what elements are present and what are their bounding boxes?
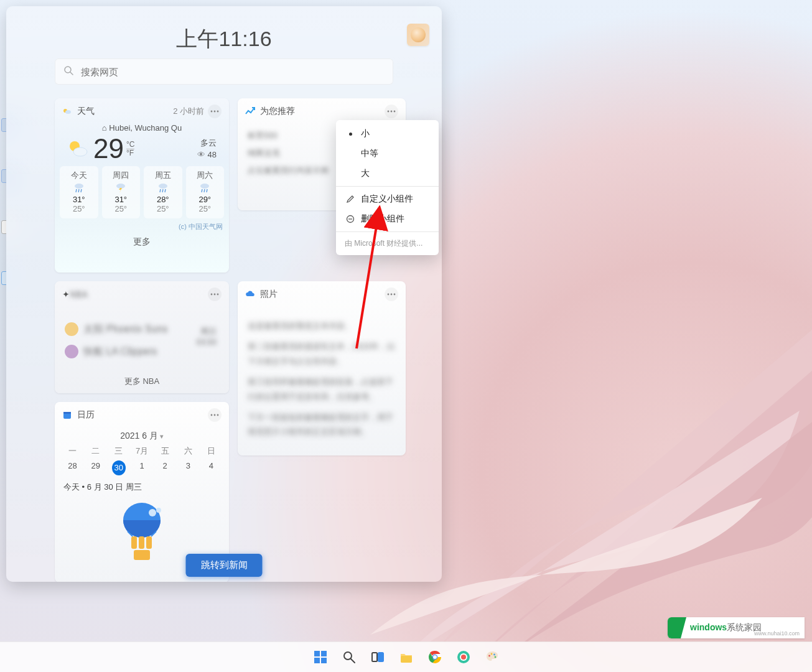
weather-icon	[62, 106, 72, 116]
weather-header: 天气 2 小时前	[55, 98, 229, 124]
calendar-day[interactable]: 2	[154, 460, 177, 475]
nba-more-link[interactable]: 更多 NBA	[55, 376, 229, 387]
svg-point-4	[211, 111, 213, 113]
svg-rect-56	[378, 653, 383, 661]
svg-marker-14	[119, 188, 122, 193]
photos-widget: 照片 这是被遮挡的预览文本内容。第二段被遮挡的描述性文本，2020年，以下示例文…	[238, 281, 406, 455]
svg-point-38	[149, 509, 156, 516]
task-view-icon[interactable]	[370, 649, 386, 665]
svg-line-16	[160, 189, 161, 192]
svg-line-12	[81, 189, 82, 192]
team-row: 快船 LA Clippers	[65, 345, 219, 358]
svg-point-60	[433, 655, 437, 659]
weather-units[interactable]: °C °F	[126, 140, 134, 158]
calendar-more-button[interactable]	[208, 408, 222, 422]
svg-line-21	[204, 189, 205, 192]
svg-point-29	[388, 294, 390, 296]
weather-title: 天气	[77, 106, 95, 117]
calendar-day[interactable]: 1	[130, 460, 153, 475]
svg-point-66	[493, 654, 495, 656]
forecast-day[interactable]: 周四31°25°	[102, 166, 141, 218]
photos-line: 下方一段较短的被模糊处理的文字，用于填充照片小组件的正文区域示例。	[248, 410, 396, 439]
svg-rect-33	[63, 412, 71, 414]
menu-separator	[336, 186, 439, 187]
photos-more-button[interactable]	[385, 287, 398, 301]
recommend-more-button[interactable]	[385, 105, 398, 118]
forecast-day[interactable]: 周五28°25°	[144, 166, 182, 218]
taskbar-search-icon[interactable]	[341, 649, 357, 665]
nba-title: NBA	[70, 289, 88, 299]
forecast-day-icon	[186, 182, 225, 194]
svg-point-5	[214, 111, 216, 113]
calendar-dow: 六	[177, 446, 200, 457]
svg-point-35	[214, 414, 216, 416]
menu-separator	[336, 231, 439, 232]
svg-point-23	[388, 111, 390, 113]
svg-point-3	[65, 110, 71, 114]
pencil-icon	[345, 195, 356, 203]
svg-point-15	[159, 184, 167, 189]
svg-rect-51	[314, 658, 320, 663]
photos-body: 这是被遮挡的预览文本内容。第二段被遮挡的描述性文本，2020年，以下示例文字与占…	[238, 307, 406, 450]
forecast-day-label: 周四	[102, 170, 141, 181]
menu-size-large[interactable]: 大	[336, 164, 439, 184]
partly-cloudy-icon	[66, 137, 90, 161]
forecast-low: 25°	[186, 204, 225, 213]
menu-size-medium[interactable]: 中等	[336, 144, 439, 164]
weather-temp: 29	[93, 135, 124, 162]
svg-point-13	[116, 184, 125, 189]
svg-point-67	[494, 656, 496, 658]
svg-point-8	[73, 147, 87, 156]
weather-more-button[interactable]	[208, 105, 222, 118]
forecast-high: 29°	[186, 195, 225, 204]
photos-line: 这是被遮挡的预览文本内容。	[248, 319, 396, 333]
svg-rect-43	[134, 550, 150, 560]
calendar-grid: 一二三7月五六日2829301234	[55, 442, 229, 478]
forecast-day-label: 周五	[144, 170, 182, 181]
calendar-day[interactable]: 4	[200, 460, 223, 475]
svg-rect-52	[321, 658, 327, 663]
browser-icon[interactable]	[455, 649, 472, 665]
weather-more-link[interactable]: 更多	[55, 231, 229, 250]
search-icon	[63, 65, 73, 78]
cloud-photos-icon	[245, 289, 255, 299]
calendar-dow: 日	[200, 446, 223, 457]
forecast-low: 25°	[102, 204, 141, 213]
svg-point-39	[156, 508, 161, 513]
start-button[interactable]	[312, 649, 329, 665]
menu-remove-widget[interactable]: 删除小组件	[336, 209, 439, 229]
calendar-today-line: 今天 • 6 月 30 日 周三	[55, 478, 229, 497]
weather-timestamp: 2 小时前	[173, 106, 204, 117]
svg-point-30	[391, 294, 393, 296]
calendar-dow: 7月	[130, 446, 153, 457]
user-avatar[interactable]	[407, 24, 429, 46]
file-explorer-icon[interactable]	[398, 649, 414, 665]
calendar-today[interactable]: 30	[112, 460, 126, 475]
watermark-flag-icon	[668, 617, 686, 638]
paint-icon[interactable]	[484, 649, 500, 665]
svg-rect-57	[401, 656, 412, 663]
jump-to-news-button[interactable]: 跳转到新闻	[186, 554, 263, 577]
calendar-day[interactable]: 28	[61, 460, 84, 475]
forecast-high: 31°	[102, 195, 141, 204]
forecast-day[interactable]: 今天31°25°	[60, 166, 98, 218]
svg-point-65	[490, 653, 492, 655]
chrome-icon[interactable]	[427, 649, 443, 665]
forecast-day[interactable]: 周六29°25°	[186, 166, 225, 218]
search-input-wrap[interactable]	[55, 58, 393, 85]
svg-point-28	[217, 294, 219, 296]
calendar-day[interactable]: 3	[177, 460, 200, 475]
forecast-high: 28°	[144, 195, 182, 204]
forecast-day-label: 周六	[186, 170, 225, 181]
calendar-day[interactable]: 29	[84, 460, 107, 475]
svg-line-20	[202, 189, 202, 192]
calendar-month-select[interactable]: 2021 6 月▾	[55, 428, 229, 442]
svg-point-24	[391, 111, 393, 113]
search-input[interactable]	[80, 66, 393, 78]
recommend-title: 为您推荐	[260, 106, 295, 117]
forecast-low: 25°	[144, 204, 182, 213]
menu-size-small[interactable]: 小	[336, 124, 439, 144]
nba-more-button[interactable]	[208, 287, 222, 301]
game-time: 周日 03:00	[196, 326, 217, 347]
menu-customize-widget[interactable]: 自定义小组件	[336, 189, 439, 209]
